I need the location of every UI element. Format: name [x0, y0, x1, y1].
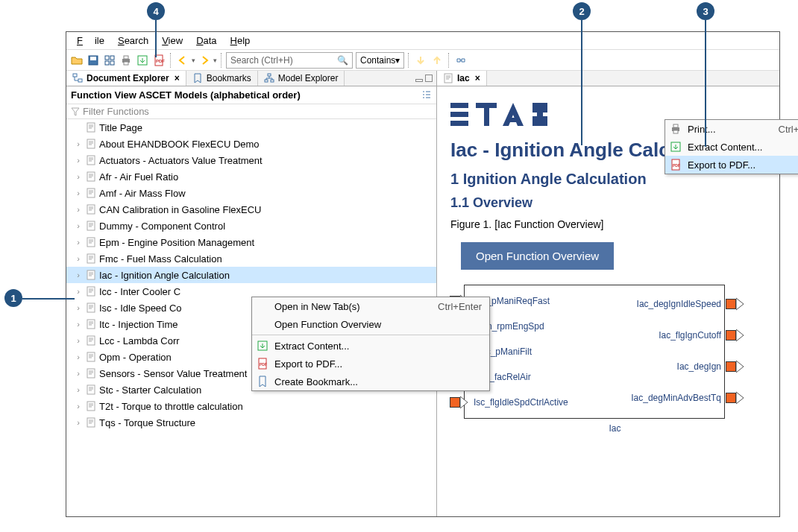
menu-item[interactable]: PDFExport to PDF... [665, 156, 798, 174]
tree-item[interactable]: Title Page [66, 119, 436, 136]
svg-marker-42 [503, 103, 524, 126]
expander-icon[interactable]: › [74, 287, 83, 296]
up-arrow-icon[interactable] [430, 53, 444, 68]
expander-icon[interactable]: › [74, 336, 83, 345]
svg-rect-31 [87, 352, 95, 361]
expander-icon[interactable]: › [74, 303, 83, 312]
print-icon[interactable] [119, 53, 133, 68]
close-icon[interactable]: × [475, 73, 480, 83]
menu-item[interactable]: Extract Content... [252, 337, 489, 355]
minimize-icon[interactable] [415, 79, 423, 82]
expander-icon[interactable]: › [74, 221, 83, 230]
svg-rect-12 [73, 74, 77, 77]
port-label: Iac_degIgnIdleSpeed [637, 299, 721, 309]
expander-icon[interactable]: › [74, 418, 83, 427]
svg-rect-27 [87, 287, 95, 296]
tree-item[interactable]: ›Afr - Air Fuel Ratio [66, 168, 436, 185]
expander-icon[interactable]: › [74, 254, 83, 263]
expander-icon[interactable]: › [74, 172, 83, 181]
tree-context-menu: Open in New Tab(s)Ctrl+EnterOpen Functio… [251, 297, 490, 391]
tab-document-explorer[interactable]: Document Explorer × [66, 71, 186, 86]
svg-rect-33 [87, 385, 95, 394]
left-tabs: Document Explorer × Bookmarks Model Expl… [66, 71, 436, 86]
expander-icon[interactable]: › [74, 352, 83, 361]
menu-file[interactable]: File [71, 34, 110, 48]
tree-item[interactable]: ›Epm - Engine Position Management [66, 234, 436, 250]
expander-icon[interactable]: › [74, 238, 83, 247]
tree-item[interactable]: ›About EHANDBOOK FlexECU Demo [66, 136, 436, 152]
tab-bookmarks[interactable]: Bookmarks [186, 71, 258, 86]
expander-icon[interactable]: › [74, 189, 83, 197]
grid-icon[interactable] [102, 53, 117, 68]
pdf-icon[interactable]: PDF [151, 53, 166, 68]
search-mode-dropdown[interactable]: Contains ▾ [356, 52, 404, 69]
tree-item-label: Isc - Idle Speed Co [99, 303, 182, 314]
menu-item[interactable]: Extract Content... [665, 138, 798, 156]
svg-rect-28 [87, 303, 95, 312]
tree-item[interactable]: ›Actuators - Actuators Value Treatment [66, 152, 436, 168]
open-function-overview-button[interactable]: Open Function Overview [461, 242, 614, 270]
expander-icon[interactable]: › [74, 320, 83, 329]
output-port: Iac_flgIgnCutoff [654, 326, 745, 345]
expander-icon[interactable]: › [74, 270, 83, 279]
menu-item[interactable]: PDFExport to PDF... [252, 355, 489, 373]
tree-item-label: About EHANDBOOK FlexECU Demo [99, 139, 260, 150]
tree-item[interactable]: ›Dummy - Component Control [66, 218, 436, 234]
expander-icon[interactable]: › [74, 369, 83, 378]
port-square-icon [450, 397, 460, 408]
menu-view[interactable]: View [156, 34, 189, 48]
tree-item[interactable]: ›Amf - Air Mass Flow [66, 185, 436, 201]
open-icon[interactable] [69, 53, 84, 68]
port-label: Iac_flgIgnCutoff [659, 330, 721, 341]
expander-icon[interactable]: › [74, 385, 83, 394]
save-icon[interactable] [86, 53, 101, 68]
toolbar: PDF ▾ ▾ Search (Ctrl+H)🔍 Contains ▾ [66, 50, 779, 71]
callout-3: 3 [697, 2, 714, 20]
search-input[interactable]: Search (Ctrl+H)🔍 [226, 52, 353, 69]
expander-icon[interactable]: › [74, 402, 83, 411]
back-icon[interactable] [175, 53, 190, 68]
tree-item-label: Lcc - Lambda Corr [99, 335, 180, 346]
menu-item[interactable]: Open in New Tab(s)Ctrl+Enter [252, 297, 489, 315]
tab-iac[interactable]: Iac × [437, 71, 487, 86]
tree-item-label: Itc - Injection Time [99, 319, 177, 330]
link-icon[interactable] [453, 53, 468, 68]
tree-item-label: Fmc - Fuel Mass Calculation [99, 253, 222, 265]
bookmark-icon [255, 376, 270, 387]
diagram-name: Iac [464, 423, 766, 434]
tree-item[interactable]: ›CAN Calibration in Gasoline FlexECU [66, 201, 436, 218]
extract-icon[interactable] [135, 53, 150, 68]
extract-icon [255, 340, 270, 352]
maximize-icon[interactable] [425, 75, 433, 82]
menu-item[interactable]: Open Function Overview [252, 315, 489, 333]
expander-icon[interactable]: › [74, 205, 83, 214]
menu-item[interactable]: Print...Ctrl+P [665, 120, 798, 138]
tree-item[interactable]: ›T2t - Torque to throttle calculation [66, 398, 436, 414]
svg-rect-29 [87, 320, 95, 329]
menu-search[interactable]: Search [112, 34, 154, 48]
tree-item-label: Dummy - Component Control [99, 221, 225, 232]
svg-rect-21 [87, 189, 95, 197]
shortcut: Ctrl+Enter [417, 301, 482, 312]
svg-rect-17 [87, 123, 95, 132]
pdf-icon: PDF [668, 159, 683, 171]
svg-rect-35 [87, 418, 95, 427]
list-icon[interactable] [421, 89, 432, 100]
tab-label: Iac [457, 73, 470, 83]
forward-icon[interactable] [197, 53, 212, 68]
tree-item-label: Amf - Air Mass Flow [99, 188, 186, 199]
tab-model-explorer[interactable]: Model Explorer [258, 71, 345, 86]
tree-item[interactable]: ›Tqs - Torque Structure [66, 414, 436, 431]
menu-help[interactable]: Help [224, 34, 257, 48]
tree-item[interactable]: ›Fmc - Fuel Mass Calculation [66, 250, 436, 267]
close-icon[interactable]: × [175, 73, 180, 83]
svg-rect-15 [265, 80, 268, 82]
filter-input[interactable]: Filter Functions [66, 104, 436, 119]
down-arrow-icon[interactable] [413, 53, 428, 68]
expander-icon[interactable]: › [74, 156, 83, 165]
menu-data[interactable]: Data [190, 34, 222, 48]
expander-icon[interactable]: › [74, 139, 83, 148]
menu-item[interactable]: Create Bookmark... [252, 373, 489, 390]
tree-item[interactable]: ›Iac - Ignition Angle Calculation [66, 267, 436, 283]
tree-item-label: Stc - Starter Calculation [99, 384, 201, 396]
